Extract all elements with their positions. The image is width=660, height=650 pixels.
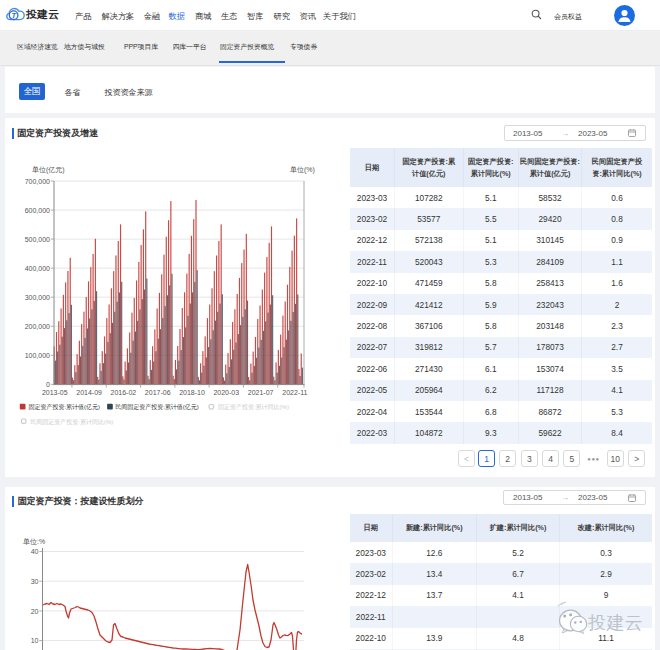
svg-text:单位(亿元): 单位(亿元): [32, 166, 65, 174]
svg-text:0: 0: [46, 381, 50, 388]
svg-text:单位(%): 单位(%): [290, 166, 315, 174]
svg-text:2018-10: 2018-10: [179, 389, 205, 396]
svg-text:500,000: 500,000: [25, 236, 50, 243]
svg-text:2017-06: 2017-06: [145, 389, 171, 396]
svg-text:100,000: 100,000: [25, 352, 50, 359]
svg-text:2022-11: 2022-11: [282, 389, 307, 396]
svg-text:2021-07: 2021-07: [248, 389, 274, 396]
svg-text:2016-02: 2016-02: [111, 389, 137, 396]
svg-text:民间固定资产投资:累计同比(%): 民间固定资产投资:累计同比(%): [30, 418, 113, 426]
svg-text:600,000: 600,000: [25, 207, 50, 214]
svg-text:30: 30: [31, 578, 39, 585]
svg-text:民间固定资产投资:累计值(亿元): 民间固定资产投资:累计值(亿元): [115, 403, 199, 411]
svg-text:2014-09: 2014-09: [76, 389, 102, 396]
svg-text:2020-03: 2020-03: [213, 389, 239, 396]
svg-text:10: 10: [31, 637, 39, 644]
svg-text:40: 40: [31, 548, 39, 555]
svg-text:固定资产投资:累计同比(%): 固定资产投资:累计同比(%): [218, 403, 289, 411]
svg-text:200,000: 200,000: [25, 323, 50, 330]
svg-text:单位:%: 单位:%: [23, 538, 45, 545]
svg-text:固定资产投资:累计值(亿元): 固定资产投资:累计值(亿元): [28, 403, 100, 411]
svg-text:400,000: 400,000: [25, 265, 50, 272]
svg-text:300,000: 300,000: [25, 294, 50, 301]
svg-text:700,000: 700,000: [25, 178, 50, 185]
svg-text:20: 20: [31, 608, 39, 615]
svg-text:2013-05: 2013-05: [42, 389, 68, 396]
